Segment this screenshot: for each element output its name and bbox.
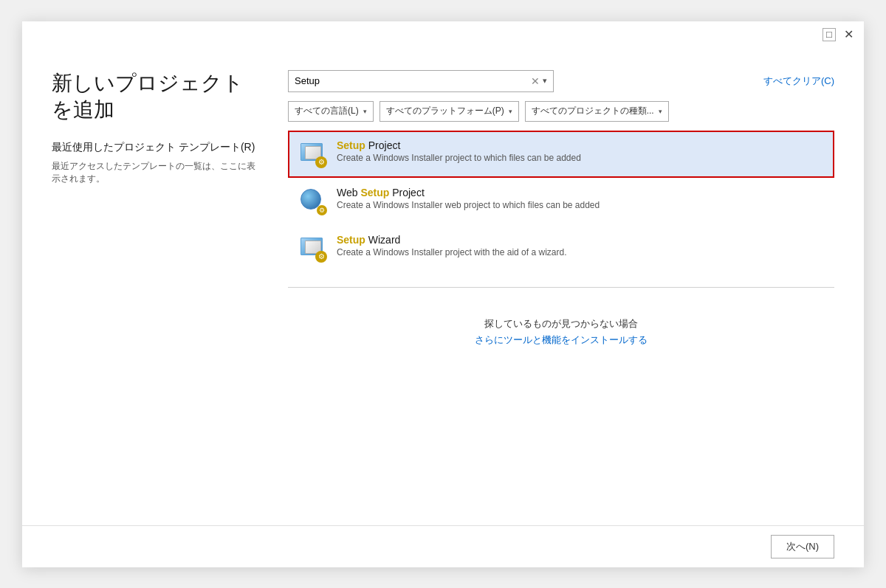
close-button[interactable]: ✕ — [842, 28, 855, 41]
wizard-rest: Wizard — [365, 234, 400, 246]
project-type-filter-arrow: ▾ — [659, 108, 662, 115]
recent-section-title: 最近使用したプロジェクト テンプレート(R) — [52, 141, 258, 154]
project-type-filter-label: すべてのプロジェクトの種類... — [532, 105, 654, 117]
setup-highlight: Setup — [337, 139, 365, 151]
dialog-title: 新しいプロジェクトを追加 — [52, 70, 258, 124]
setup-wizard-desc: Create a Windows Installer project with … — [337, 247, 824, 257]
web-prefix: Web — [337, 187, 360, 198]
recent-section-desc: 最近アクセスしたテンプレートの一覧は、ここに表示されます。 — [52, 160, 258, 185]
web-rest: Project — [389, 187, 424, 198]
search-box[interactable]: ✕ ▾ — [288, 70, 554, 92]
setup-wizard-icon: ⚙ — [298, 234, 328, 263]
not-found-section: 探しているものが見つからない場合 さらにツールと機能をインストールする — [288, 317, 834, 347]
web-setup-project-desc: Create a Windows Installer web project t… — [337, 200, 824, 210]
search-dropdown-icon[interactable]: ▾ — [543, 76, 547, 86]
setup-project-title: Setup Project — [337, 139, 824, 151]
results-divider — [288, 287, 834, 288]
search-row: ✕ ▾ すべてクリア(C) — [288, 70, 834, 92]
language-filter[interactable]: すべての言語(L) ▾ — [288, 101, 374, 122]
right-panel: ✕ ▾ すべてクリア(C) すべての言語(L) ▾ すべてのプラットフォーム(P… — [288, 70, 834, 503]
web-setup-project-title: Web Setup Project — [337, 187, 824, 198]
setup-rest: Project — [365, 139, 400, 151]
dialog: □ ✕ 新しいプロジェクトを追加 最近使用したプロジェクト テンプレート(R) … — [22, 21, 864, 567]
setup-project-desc: Create a Windows Installer project to wh… — [337, 153, 824, 163]
platform-filter-arrow: ▾ — [509, 108, 512, 115]
search-input[interactable] — [295, 75, 531, 86]
result-web-setup-project[interactable]: ⚙ Web Setup Project Create a Windows Ins… — [288, 178, 834, 225]
next-button[interactable]: 次へ(N) — [771, 535, 834, 558]
wizard-setup-highlight: Setup — [337, 234, 365, 246]
left-panel: 新しいプロジェクトを追加 最近使用したプロジェクト テンプレート(R) 最近アク… — [52, 70, 258, 503]
project-type-filter[interactable]: すべてのプロジェクトの種類... ▾ — [525, 101, 669, 122]
install-link[interactable]: さらにツールと機能をインストールする — [475, 333, 648, 347]
dialog-footer: 次へ(N) — [22, 525, 864, 567]
clear-all-link[interactable]: すべてクリア(C) — [763, 75, 834, 88]
web-setup-project-icon: ⚙ — [298, 187, 328, 216]
setup-project-content: Setup Project Create a Windows Installer… — [337, 139, 824, 163]
filter-row: すべての言語(L) ▾ すべてのプラットフォーム(P) ▾ すべてのプロジェクト… — [288, 101, 834, 122]
setup-project-icon: ⚙ — [298, 139, 328, 169]
language-filter-arrow: ▾ — [363, 108, 367, 115]
setup-wizard-title: Setup Wizard — [337, 234, 824, 246]
platform-filter[interactable]: すべてのプラットフォーム(P) ▾ — [380, 101, 519, 122]
platform-filter-label: すべてのプラットフォーム(P) — [386, 105, 504, 117]
dialog-body: 新しいプロジェクトを追加 最近使用したプロジェクト テンプレート(R) 最近アク… — [22, 48, 864, 525]
results-list: ⚙ Setup Project Create a Windows Install… — [288, 131, 834, 272]
minimize-button[interactable]: □ — [823, 28, 836, 41]
setup-wizard-content: Setup Wizard Create a Windows Installer … — [337, 234, 824, 257]
title-bar: □ ✕ — [22, 21, 864, 48]
web-setup-highlight: Setup — [360, 187, 389, 198]
web-setup-project-content: Web Setup Project Create a Windows Insta… — [337, 187, 824, 210]
language-filter-label: すべての言語(L) — [295, 105, 359, 117]
search-clear-icon[interactable]: ✕ — [531, 75, 540, 87]
result-setup-wizard[interactable]: ⚙ Setup Wizard Create a Windows Installe… — [288, 225, 834, 272]
not-found-text: 探しているものが見つからない場合 — [484, 317, 638, 331]
result-setup-project[interactable]: ⚙ Setup Project Create a Windows Install… — [288, 131, 834, 178]
